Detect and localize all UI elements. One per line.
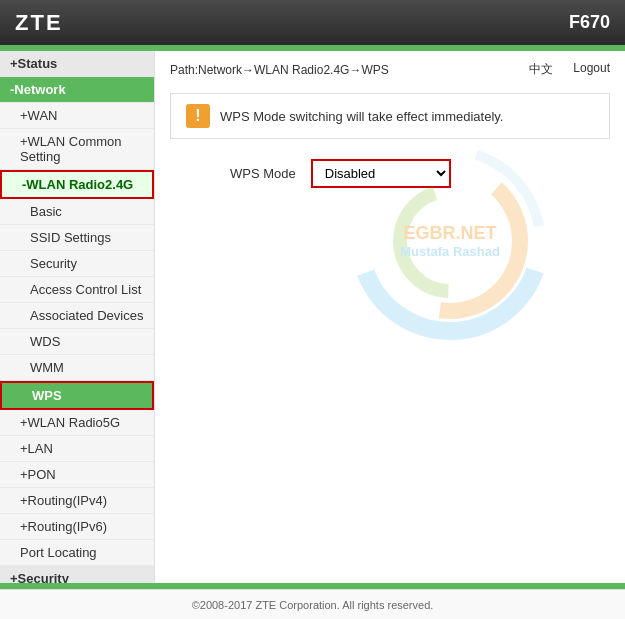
main-layout: +Status -Network +WAN +WLAN Common Setti… [0,51,625,583]
sidebar-item-wlan-radio5g[interactable]: +WLAN Radio5G [0,410,154,436]
sidebar-item-assoc[interactable]: Associated Devices [0,303,154,329]
footer-text: ©2008-2017 ZTE Corporation. All rights r… [192,599,434,611]
sidebar-item-wan[interactable]: +WAN [0,103,154,129]
sidebar-item-wmm[interactable]: WMM [0,355,154,381]
sidebar-item-network[interactable]: -Network [0,77,154,103]
sidebar-item-status[interactable]: +Status [0,51,154,77]
watermark-main-text: EGBR.NET [400,223,500,244]
sidebar-item-security-section[interactable]: +Security [0,566,154,583]
sidebar-item-wlan-common[interactable]: +WLAN Common Setting [0,129,154,170]
logout-link[interactable]: Logout [573,61,610,78]
sidebar-item-wds[interactable]: WDS [0,329,154,355]
sidebar-item-pon[interactable]: +PON [0,462,154,488]
footer: ©2008-2017 ZTE Corporation. All rights r… [0,589,625,619]
content-area: Path:Network→WLAN Radio2.4G→WPS 中文 Logou… [155,51,625,583]
wps-mode-label: WPS Mode [230,166,296,181]
sidebar-item-wps[interactable]: WPS [0,381,154,410]
sidebar-item-port-locating[interactable]: Port Locating [0,540,154,566]
watermark-text: EGBR.NET Mustafa Rashad [400,223,500,259]
watermark: EGBR.NET Mustafa Rashad [300,131,600,351]
sidebar-item-routing-ipv4[interactable]: +Routing(IPv4) [0,488,154,514]
logo: ZTE [15,10,63,36]
warning-icon: ! [186,104,210,128]
breadcrumb-path: Path:Network→WLAN Radio2.4G→WPS [170,63,389,77]
sidebar: +Status -Network +WAN +WLAN Common Setti… [0,51,155,583]
sidebar-item-wlan-radio24[interactable]: -WLAN Radio2.4G [0,170,154,199]
sidebar-item-routing-ipv6[interactable]: +Routing(IPv6) [0,514,154,540]
model: F670 [569,12,610,33]
watermark-circle: EGBR.NET Mustafa Rashad [350,141,550,341]
lang-switch[interactable]: 中文 [529,61,553,78]
header: ZTE F670 [0,0,625,45]
warning-text: WPS Mode switching will take effect imme… [220,109,503,124]
sidebar-item-security[interactable]: Security [0,251,154,277]
breadcrumb-links: 中文 Logout [529,61,610,78]
sidebar-item-ssid[interactable]: SSID Settings [0,225,154,251]
watermark-sub-text: Mustafa Rashad [400,244,500,259]
sidebar-item-acl[interactable]: Access Control List [0,277,154,303]
sidebar-item-lan[interactable]: +LAN [0,436,154,462]
breadcrumb: Path:Network→WLAN Radio2.4G→WPS 中文 Logou… [170,61,610,78]
sidebar-item-basic[interactable]: Basic [0,199,154,225]
